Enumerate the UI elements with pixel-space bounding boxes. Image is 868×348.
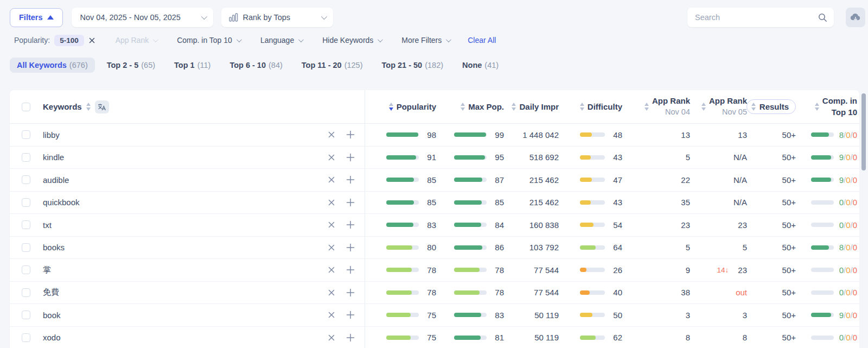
max-pop-value: 83	[492, 311, 504, 320]
search-box	[687, 8, 834, 27]
results-header-pill[interactable]: Results	[746, 99, 796, 114]
rank-by-value: Rank by Tops	[243, 13, 316, 22]
filter-dropdown-hide-keywords[interactable]: Hide Keywords	[322, 36, 381, 45]
sort-daily-impr-button[interactable]	[512, 103, 516, 111]
remove-keyword-button[interactable]	[328, 289, 335, 296]
remove-keyword-button[interactable]	[328, 199, 335, 206]
translate-keywords-button[interactable]	[95, 100, 109, 113]
chevron-down-icon	[298, 37, 304, 42]
row-checkbox[interactable]	[22, 153, 30, 162]
remove-keyword-button[interactable]	[328, 131, 335, 138]
clear-all-filters-button[interactable]: Clear All	[468, 36, 496, 45]
remove-keyword-button[interactable]	[328, 221, 335, 229]
remove-popularity-filter-button[interactable]	[88, 37, 95, 44]
remove-keyword-button[interactable]	[328, 176, 335, 184]
row-checkbox[interactable]	[22, 220, 30, 229]
add-keyword-button[interactable]	[346, 153, 355, 162]
filter-dropdown-more-filters[interactable]: More Filters	[401, 36, 450, 45]
max-pop-bar	[454, 178, 487, 182]
keyword-label: xodo	[43, 333, 61, 342]
add-keyword-button[interactable]	[346, 130, 355, 139]
sort-popularity-button[interactable]	[389, 103, 393, 111]
difficulty-cell: 62	[561, 333, 624, 342]
export-button[interactable]	[846, 8, 865, 27]
add-keyword-button[interactable]	[346, 243, 355, 252]
comp-bar	[811, 290, 834, 295]
filter-dropdown-language[interactable]: Language	[260, 36, 302, 45]
row-checkbox[interactable]	[22, 288, 30, 297]
header-max-pop[interactable]: Max Pop.	[438, 102, 506, 111]
comp-in-top10-cell: 0/0/0	[798, 333, 859, 342]
sort-comp-button[interactable]	[815, 103, 819, 111]
add-keyword-button[interactable]	[346, 288, 355, 297]
row-checkbox[interactable]	[22, 265, 30, 274]
keyword-label: audible	[43, 175, 69, 185]
header-daily-impr[interactable]: Daily Impr	[506, 102, 561, 111]
chevron-down-icon	[321, 14, 327, 20]
row-checkbox[interactable]	[22, 175, 30, 184]
date-range-select[interactable]: Nov 04, 2025 - Nov 05, 2025	[72, 8, 213, 27]
add-keyword-button[interactable]	[346, 333, 355, 342]
filter-dropdown-comp-in-top-10[interactable]: Comp. in Top 10	[177, 36, 240, 45]
add-keyword-button[interactable]	[346, 311, 355, 319]
filter-dropdown-app-rank[interactable]: App Rank	[116, 36, 157, 45]
tab-top-21-50[interactable]: Top 21 - 50(182)	[375, 58, 451, 73]
add-keyword-button[interactable]	[346, 175, 355, 184]
row-checkbox[interactable]	[22, 198, 30, 207]
header-daily-impr-label: Daily Impr	[519, 102, 559, 111]
tab-all-keywords[interactable]: All Keywords(676)	[10, 58, 95, 73]
max-pop-bar	[454, 313, 487, 317]
tab-top-11-20[interactable]: Top 11 - 20(125)	[295, 58, 370, 73]
sort-max-pop-button[interactable]	[461, 103, 465, 111]
remove-keyword-button[interactable]	[328, 244, 335, 251]
results-value: 50+	[782, 333, 796, 342]
remove-keyword-button[interactable]	[328, 154, 335, 161]
header-max-pop-label: Max Pop.	[468, 102, 504, 111]
add-keyword-button[interactable]	[346, 265, 355, 274]
difficulty-bar	[580, 245, 605, 250]
row-checkbox[interactable]	[22, 311, 30, 319]
add-keyword-button[interactable]	[346, 220, 355, 229]
header-app-rank-nov05-date: Nov 05	[722, 107, 747, 116]
tab-none[interactable]: None(41)	[455, 58, 506, 73]
sort-keywords-button[interactable]	[86, 103, 91, 111]
search-input[interactable]	[695, 13, 818, 22]
header-app-rank-nov05[interactable]: App Rank Nov 05	[692, 96, 749, 118]
popularity-filter-chip[interactable]: 5-100	[54, 35, 84, 46]
filters-button[interactable]: Filters	[10, 8, 63, 27]
row-checkbox[interactable]	[22, 243, 30, 252]
row-checkbox[interactable]	[22, 130, 30, 139]
tab-top-1[interactable]: Top 1(11)	[167, 58, 218, 73]
remove-keyword-button[interactable]	[328, 334, 335, 341]
remove-keyword-button[interactable]	[328, 311, 335, 319]
select-all-checkbox[interactable]	[22, 103, 30, 111]
popularity-bar	[386, 223, 419, 227]
vertical-scrollbar[interactable]	[861, 93, 866, 170]
remove-keyword-button[interactable]	[328, 266, 335, 274]
max-pop-bar	[454, 245, 487, 250]
keyword-cell: kindle	[10, 147, 365, 169]
plus-icon	[346, 198, 355, 207]
row-checkbox[interactable]	[22, 333, 30, 342]
rank-by-select[interactable]: Rank by Tops	[221, 8, 333, 27]
sort-results-button[interactable]	[751, 103, 756, 111]
sort-app-rank-nov04-button[interactable]	[644, 103, 649, 111]
header-difficulty[interactable]: Difficulty	[561, 102, 624, 111]
popularity-filter-label: Popularity:	[14, 36, 50, 45]
header-popularity[interactable]: Popularity	[365, 102, 438, 111]
keyword-label: txt	[43, 220, 52, 230]
table-row: audible 85	[10, 169, 859, 192]
add-keyword-button[interactable]	[346, 198, 355, 207]
header-results[interactable]: Results	[749, 99, 798, 114]
app-rank-nov04-cell: 22	[624, 175, 692, 185]
header-comp-in-top10[interactable]: Comp. in Top 10	[798, 96, 859, 118]
header-app-rank-nov04[interactable]: App Rank Nov 04	[624, 96, 692, 118]
sort-app-rank-nov05-button[interactable]	[701, 103, 706, 111]
max-pop-cell: 86	[438, 243, 506, 252]
tab-top-6-10[interactable]: Top 6 - 10(84)	[222, 58, 289, 73]
daily-impr-cell: 518 692	[506, 153, 561, 162]
keyword-label: 掌	[43, 265, 51, 275]
sort-difficulty-button[interactable]	[580, 103, 584, 111]
tab-top-2-5[interactable]: Top 2 - 5(65)	[100, 58, 162, 73]
header-keywords-label: Keywords	[43, 102, 82, 111]
